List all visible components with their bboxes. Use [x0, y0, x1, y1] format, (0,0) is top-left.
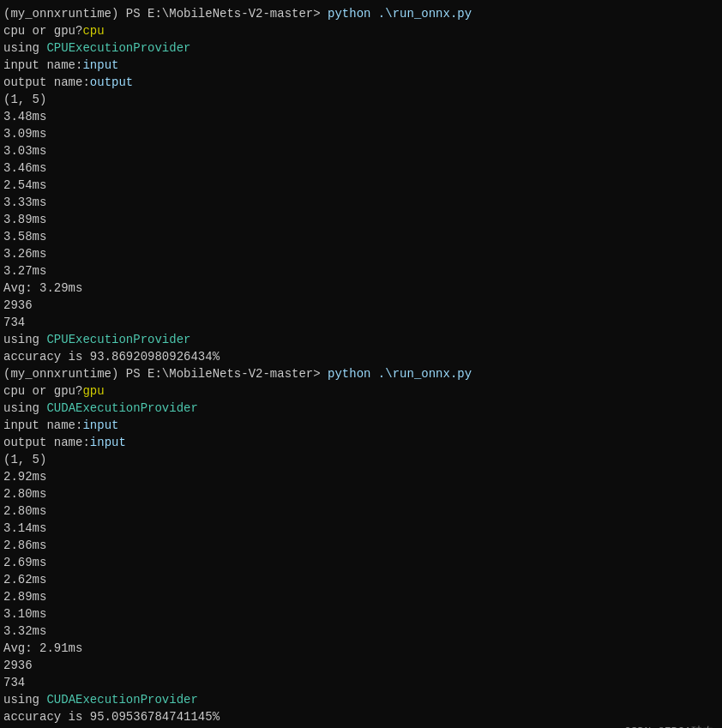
- line-4: input name:input: [3, 57, 719, 74]
- line-9: 3.03ms: [3, 142, 719, 159]
- watermark: CSDN @FPGA硅农: [624, 724, 713, 728]
- line-17: Avg: 3.29ms: [3, 280, 719, 297]
- line-25: input name:input: [3, 417, 719, 434]
- line-15: 3.26ms: [3, 245, 719, 262]
- line-32: 2.86ms: [3, 537, 719, 554]
- line-2: cpu or gpu?cpu: [3, 22, 719, 39]
- line-42: accuracy is 95.09536784741145%: [3, 708, 719, 725]
- line-36: 3.10ms: [3, 605, 719, 623]
- line-8: 3.09ms: [3, 125, 719, 142]
- terminal-window: (my_onnxruntime) PS E:\MobileNets-V2-mas…: [0, 0, 722, 728]
- line-14: 3.58ms: [3, 228, 719, 245]
- line-40: 734: [3, 674, 719, 691]
- line-16: 3.27ms: [3, 262, 719, 280]
- line-41: using CUDAExecutionProvider: [3, 691, 719, 708]
- line-28: 2.92ms: [3, 468, 719, 485]
- line-3: using CPUExecutionProvider: [3, 39, 719, 57]
- line-33: 2.69ms: [3, 554, 719, 571]
- line-30: 2.80ms: [3, 502, 719, 520]
- line-6: (1, 5): [3, 91, 719, 108]
- line-34: 2.62ms: [3, 571, 719, 588]
- line-20: using CPUExecutionProvider: [3, 331, 719, 348]
- line-22: (my_onnxruntime) PS E:\MobileNets-V2-mas…: [3, 365, 719, 382]
- line-35: 2.89ms: [3, 588, 719, 605]
- line-18: 2936: [3, 297, 719, 314]
- line-12: 3.33ms: [3, 194, 719, 211]
- line-38: Avg: 2.91ms: [3, 640, 719, 657]
- line-7: 3.48ms: [3, 108, 719, 125]
- line-5: output name:output: [3, 74, 719, 91]
- line-23: cpu or gpu?gpu: [3, 382, 719, 400]
- line-13: 3.89ms: [3, 211, 719, 228]
- line-39: 2936: [3, 657, 719, 674]
- line-10: 3.46ms: [3, 159, 719, 177]
- line-21: accuracy is 93.86920980926434%: [3, 348, 719, 365]
- line-1: (my_onnxruntime) PS E:\MobileNets-V2-mas…: [3, 5, 719, 22]
- line-31: 3.14ms: [3, 520, 719, 537]
- line-19: 734: [3, 314, 719, 331]
- line-29: 2.80ms: [3, 485, 719, 502]
- line-26: output name:input: [3, 434, 719, 451]
- line-11: 2.54ms: [3, 177, 719, 194]
- line-37: 3.32ms: [3, 623, 719, 640]
- line-27: (1, 5): [3, 451, 719, 468]
- line-24: using CUDAExecutionProvider: [3, 400, 719, 417]
